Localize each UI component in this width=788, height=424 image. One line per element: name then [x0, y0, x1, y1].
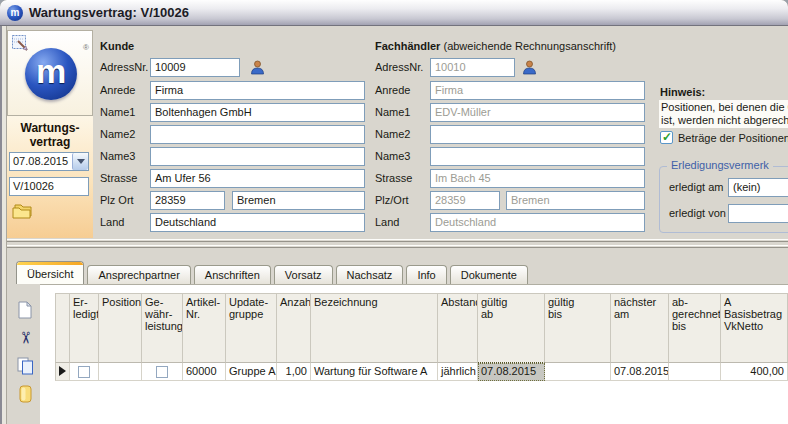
- brand-logo: m: [25, 48, 77, 100]
- kunde-land-field[interactable]: Deutschland: [150, 213, 365, 232]
- fh-land-field[interactable]: Deutschland: [430, 213, 645, 232]
- col-header-bezeichnung[interactable]: Bezeichnung: [311, 293, 438, 363]
- contract-number-field[interactable]: V/10026: [9, 177, 89, 196]
- cell-anzahl[interactable]: 1,00: [277, 363, 311, 381]
- erledigt-am-combobox[interactable]: (kein): [728, 178, 788, 197]
- fh-name1-label: Name1: [375, 103, 427, 122]
- fh-person-lookup-icon[interactable]: [522, 60, 537, 75]
- fh-anrede-field[interactable]: Firma: [430, 81, 645, 100]
- fh-plz-field[interactable]: 28359: [430, 191, 500, 210]
- cell-artikelnr[interactable]: 60000: [183, 363, 226, 381]
- contract-date-combobox[interactable]: 07.08.2015: [9, 152, 89, 171]
- cell-bezeichnung[interactable]: Wartung für Software A: [311, 363, 438, 381]
- fh-strasse-field[interactable]: Im Bach 45: [430, 169, 645, 188]
- chevron-down-icon: [77, 159, 85, 164]
- cut-button[interactable]: ✂: [15, 328, 35, 348]
- col-header-naechster-am[interactable]: nächster am: [611, 293, 669, 363]
- copy-button[interactable]: [15, 356, 35, 376]
- hinweis-heading: Hinweis:: [660, 86, 705, 98]
- cell-updategruppe[interactable]: Gruppe A: [226, 363, 277, 381]
- fh-name3-label: Name3: [375, 147, 427, 166]
- splitter-bar[interactable]: [7, 239, 788, 242]
- tab-nachsatz[interactable]: Nachsatz: [336, 265, 404, 284]
- tab-dokumente[interactable]: Dokumente: [450, 265, 528, 284]
- date-dropdown-button[interactable]: [72, 153, 88, 170]
- paste-button[interactable]: [15, 384, 35, 404]
- contract-date-value[interactable]: 07.08.2015: [10, 153, 72, 170]
- erledigt-am-label: erledigt am: [669, 178, 723, 197]
- kunde-anrede-label: Anrede: [100, 81, 152, 100]
- kunde-anrede-field[interactable]: Firma: [150, 81, 365, 100]
- col-header-erledigt[interactable]: Er- ledigt: [70, 293, 99, 363]
- col-header-anzahl[interactable]: Anzahl: [277, 293, 311, 363]
- erledigt-von-field[interactable]: [728, 204, 788, 223]
- cell-position[interactable]: [99, 363, 142, 381]
- erledigungsvermerk-title: Erledigungsvermerk: [667, 159, 773, 171]
- fachhaendler-heading-note: (abweichende Rechnungsanschrift): [443, 40, 615, 52]
- col-header-artikelnr[interactable]: Artikel- Nr.: [183, 293, 226, 363]
- fh-name1-field[interactable]: EDV-Müller: [430, 103, 645, 122]
- form-designer-icon[interactable]: [11, 34, 31, 54]
- kunde-name3-field[interactable]: [150, 147, 365, 166]
- erledigt-checkbox[interactable]: [78, 366, 90, 378]
- cell-gueltig-ab-selected[interactable]: 07.08.2015: [478, 363, 545, 381]
- gewaehrleistung-checkbox[interactable]: [156, 366, 168, 378]
- kunde-plz-field[interactable]: 28359: [150, 191, 225, 210]
- cell-abstand[interactable]: jährlich: [438, 363, 478, 381]
- fh-strasse-label: Strasse: [375, 169, 427, 188]
- col-header-abgerechnet-bis[interactable]: ab- gerechnet bis: [669, 293, 721, 363]
- app-window: m Wartungsvertrag: V/10026 m ® Wartungs-…: [0, 0, 788, 424]
- fh-adressnr-label: AdressNr.: [375, 58, 427, 77]
- paste-note-icon: [19, 385, 32, 403]
- tab-uebersicht[interactable]: Übersicht: [16, 261, 84, 284]
- erledigungsvermerk-groupbox: Erledigungsvermerk erledigt am (kein) er…: [659, 166, 788, 233]
- kunde-name2-field[interactable]: [150, 125, 365, 144]
- titlebar: m Wartungsvertrag: V/10026: [0, 0, 788, 26]
- fh-name3-field[interactable]: [430, 147, 645, 166]
- window-title: Wartungsvertrag: V/10026: [29, 5, 189, 20]
- row-selector-arrow-icon: [59, 366, 66, 376]
- kunde-adressnr-label: AdressNr.: [100, 58, 152, 77]
- cell-erledigt[interactable]: [70, 363, 99, 381]
- kunde-name1-field[interactable]: Boltenhagen GmbH: [150, 103, 365, 122]
- tab-vorsatz[interactable]: Vorsatz: [274, 265, 333, 284]
- col-header-position[interactable]: Position: [99, 293, 142, 363]
- col-header-gueltig-bis[interactable]: gültig bis: [545, 293, 611, 363]
- fh-adressnr-field[interactable]: 10010: [430, 58, 515, 77]
- col-header-abstand[interactable]: Abstand: [438, 293, 478, 363]
- tab-ansprechpartner[interactable]: Ansprechpartner: [87, 265, 190, 284]
- cell-gueltig-bis[interactable]: [545, 363, 611, 381]
- cell-abgerechnet-bis[interactable]: [669, 363, 721, 381]
- col-header-updategruppe[interactable]: Update- gruppe: [226, 293, 277, 363]
- app-logo-icon: m: [7, 5, 23, 21]
- tab-info[interactable]: Info: [406, 265, 446, 284]
- cell-gewaehrleistung[interactable]: [142, 363, 183, 381]
- betraege-checkbox-label: Beträge der Positionen g: [678, 132, 788, 144]
- col-header-basisbetrag-vknetto[interactable]: A Basisbetrag VkNetto: [721, 293, 788, 363]
- fh-anrede-label: Anrede: [375, 81, 427, 100]
- sidebar-logo-panel: m ®: [7, 30, 93, 116]
- kunde-ort-field[interactable]: Bremen: [232, 191, 365, 210]
- row-selector[interactable]: [55, 363, 70, 381]
- kunde-name2-label: Name2: [100, 125, 152, 144]
- fh-ort-field[interactable]: Bremen: [506, 191, 645, 210]
- registered-trademark: ®: [83, 43, 89, 52]
- fh-name2-field[interactable]: [430, 125, 645, 144]
- hinweis-text: Positionen, bei denen die G ist, werden …: [659, 100, 788, 128]
- cell-naechster-am[interactable]: 07.08.2015: [611, 363, 669, 381]
- betraege-checkbox[interactable]: [660, 131, 673, 144]
- splitter-bar[interactable]: [7, 245, 788, 248]
- copy-icon: [17, 357, 34, 375]
- cell-basisbetrag-vknetto[interactable]: 400,00: [721, 363, 788, 381]
- new-row-button[interactable]: [15, 300, 35, 320]
- kunde-strasse-field[interactable]: Am Ufer 56: [150, 169, 365, 188]
- col-header-gewaehrleistung[interactable]: Ge- währ- leistung: [142, 293, 183, 363]
- positions-grid: Er- ledigt Position Ge- währ- leistung A…: [55, 293, 788, 381]
- scissors-icon: ✂: [17, 331, 33, 344]
- kunde-adressnr-field[interactable]: 10009: [150, 58, 240, 77]
- tab-anschriften[interactable]: Anschriften: [194, 265, 271, 284]
- kunde-person-lookup-icon[interactable]: [250, 60, 265, 75]
- folders-icon[interactable]: [11, 202, 35, 221]
- sidebar-title: Wartungs- vertrag: [7, 121, 93, 149]
- col-header-gueltig-ab[interactable]: gültig ab: [478, 293, 545, 363]
